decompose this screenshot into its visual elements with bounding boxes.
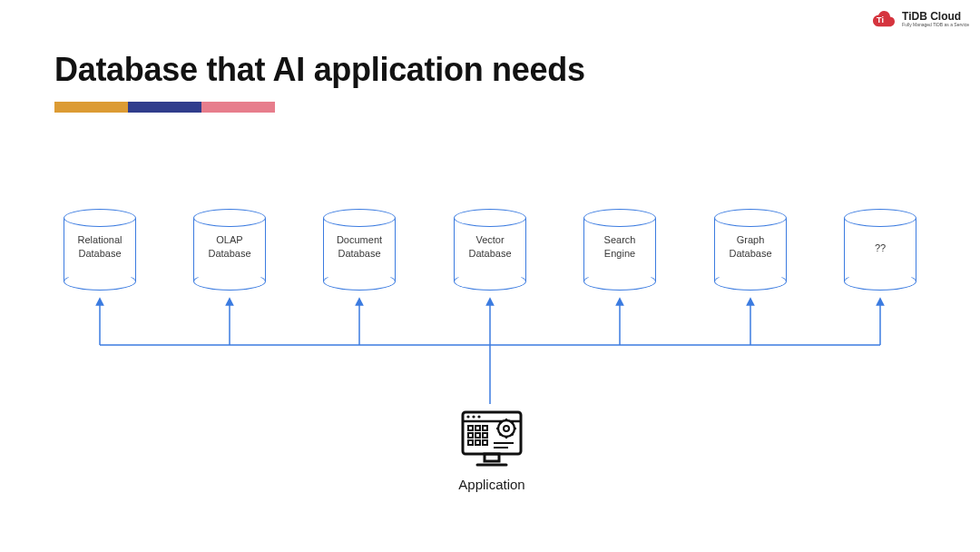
- database-cylinder-icon: Document Database: [323, 209, 396, 291]
- svg-rect-17: [468, 426, 473, 430]
- svg-line-34: [500, 422, 502, 424]
- brand-logo: Ti TiDB Cloud Fully Managed TiDB as a Se…: [870, 9, 969, 29]
- database-cylinder-icon: Vector Database: [454, 209, 526, 291]
- svg-line-37: [500, 434, 502, 436]
- svg-text:Ti: Ti: [877, 15, 884, 25]
- title-underline: [54, 102, 275, 113]
- svg-rect-21: [475, 433, 480, 438]
- db-document: Document Database: [319, 209, 399, 291]
- db-label: ??: [844, 242, 916, 255]
- db-label: Document Database: [323, 233, 396, 261]
- cloud-icon: Ti: [870, 9, 897, 29]
- application-label: Application: [436, 477, 548, 492]
- database-cylinder-icon: ??: [844, 209, 916, 291]
- svg-rect-18: [475, 426, 480, 430]
- svg-rect-25: [483, 440, 487, 445]
- svg-line-36: [512, 422, 514, 424]
- svg-rect-11: [485, 454, 499, 461]
- architecture-diagram: Relational Database OLAP Database Docume…: [0, 209, 980, 536]
- database-row: Relational Database OLAP Database Docume…: [0, 209, 980, 318]
- db-label: OLAP Database: [193, 233, 266, 261]
- db-olap: OLAP Database: [190, 209, 270, 291]
- svg-point-15: [472, 415, 475, 418]
- svg-line-35: [512, 434, 514, 436]
- database-cylinder-icon: OLAP Database: [193, 209, 266, 291]
- svg-point-14: [466, 415, 469, 418]
- database-cylinder-icon: Graph Database: [714, 209, 787, 291]
- slide-title: Database that AI application needs: [54, 51, 585, 89]
- logo-tagline: Fully Managed TiDB as a Service: [902, 22, 969, 27]
- svg-point-16: [477, 415, 480, 418]
- svg-rect-22: [483, 433, 487, 438]
- application-icon: [457, 407, 526, 470]
- svg-rect-23: [468, 440, 473, 445]
- db-label: Search Engine: [583, 233, 656, 261]
- db-vector: Vector Database: [450, 209, 530, 291]
- logo-title: TiDB Cloud: [902, 11, 969, 22]
- db-label: Relational Database: [64, 233, 136, 261]
- svg-rect-20: [468, 433, 473, 438]
- svg-rect-24: [475, 440, 480, 445]
- database-cylinder-icon: Search Engine: [583, 209, 656, 291]
- db-label: Vector Database: [454, 233, 526, 261]
- db-graph: Graph Database: [710, 209, 790, 291]
- database-cylinder-icon: Relational Database: [64, 209, 136, 291]
- db-label: Graph Database: [714, 233, 787, 261]
- svg-rect-19: [483, 426, 487, 430]
- db-unknown: ??: [840, 209, 920, 291]
- db-search: Search Engine: [580, 209, 660, 291]
- db-relational: Relational Database: [60, 209, 140, 291]
